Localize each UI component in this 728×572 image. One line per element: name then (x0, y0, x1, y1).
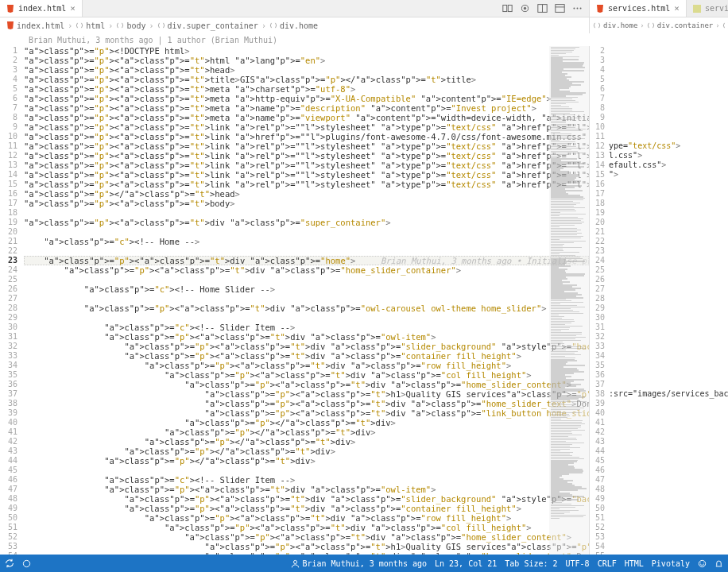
code-line[interactable] (609, 132, 728, 141)
breadcrumb-item[interactable]: div.home (269, 21, 318, 30)
status-eol[interactable]: CRLF (598, 559, 617, 568)
code-line[interactable] (609, 323, 728, 332)
code-line[interactable]: "a">class"p">="p"><"a">class"p">="t">lin… (24, 151, 589, 160)
code-line[interactable] (609, 113, 728, 122)
status-language[interactable]: HTML (625, 559, 644, 568)
code-line[interactable] (609, 523, 728, 532)
compare-icon[interactable] (501, 3, 513, 14)
line-gutter[interactable]: 2345678910111213141516171819202122232425… (590, 46, 609, 555)
code-line[interactable]: "a">class"p">="p"><"a">class"p">="t">div… (24, 523, 589, 532)
close-icon[interactable]: × (674, 3, 680, 14)
breadcrumb-item[interactable]: body (116, 21, 145, 30)
status-sync[interactable] (5, 558, 14, 568)
code-line[interactable]: "a">class"p">="p"><"a">class"p">="t">h1>… (24, 542, 589, 551)
code-line[interactable] (24, 275, 589, 284)
code-line[interactable]: "a">class"p">="p"><"a">class"p">="t">lin… (24, 180, 589, 189)
breadcrumb-item[interactable]: div.row (722, 21, 728, 29)
code-line[interactable]: "a">class"p">="p"><"a">class"p">="t">lin… (24, 132, 589, 141)
code-line[interactable]: "a">class"p">="c"><!-- Slider Item --> (24, 475, 589, 485)
code-line[interactable] (609, 180, 728, 189)
code-line[interactable] (609, 542, 728, 551)
code-line[interactable]: "a">class"p">="p"><"a">class"p">="t">div… (24, 256, 589, 265)
status-feedback-icon[interactable] (698, 559, 707, 568)
code-line[interactable] (609, 418, 728, 427)
code-line[interactable] (609, 65, 728, 75)
code-line[interactable] (609, 75, 728, 84)
code-line[interactable] (609, 437, 728, 446)
code-line[interactable]: "a">class"p">="p"><!DOCTYPE html> (24, 46, 589, 56)
status-blame[interactable]: Brian Muthui, 3 months ago (291, 559, 427, 568)
code-line[interactable]: "a">class"p">="p"><"a">class"p">="t">div… (24, 551, 589, 555)
code-line[interactable] (609, 456, 728, 466)
code-area[interactable]: ype="text/css">l.css">efault.css">"> :sr… (609, 46, 728, 555)
code-line[interactable]: "a">class"p">="p"><"a">class"p">="t">met… (24, 94, 589, 103)
breadcrumb-item[interactable]: html (76, 21, 105, 30)
code-line[interactable]: "a">class"p">="p"><"a">class"p">="t">lin… (24, 122, 589, 132)
code-line[interactable]: "a">class"p">="p"><"a">class"p">="t">div… (24, 399, 589, 408)
code-line[interactable]: "a">class"p">="p"><"a">class"p">="t">div… (24, 513, 589, 523)
code-line[interactable]: "a">class"p">="p"><"a">class"p">="t">div… (24, 303, 589, 313)
code-line[interactable] (609, 208, 728, 218)
line-gutter[interactable]: 1234567891011121314151617181920212223242… (0, 46, 24, 555)
status-tabsize[interactable]: Tab Size: 2 (505, 559, 557, 568)
tab-services-html[interactable]: services.html × (590, 0, 687, 17)
layout-icon[interactable] (554, 3, 565, 14)
code-line[interactable] (609, 446, 728, 456)
code-line[interactable]: "a">class"p">="p"><"a">class"p">="t">lin… (24, 160, 589, 170)
code-line[interactable]: "a">class"p">="p"><"a">class"p">="t">bod… (24, 199, 589, 208)
code-line[interactable] (609, 351, 728, 361)
code-line[interactable] (609, 84, 728, 94)
breadcrumb-item[interactable]: div.container (647, 21, 713, 29)
code-line[interactable] (609, 246, 728, 256)
code-line[interactable]: "a">class"p">="p"><"a">class"p">="t">met… (24, 113, 589, 122)
code-line[interactable]: "a">class"p">="p"><"a">class"p">="t">div… (24, 351, 589, 361)
code-line[interactable]: "a">class"p">="p"><"a">class"p">="t">met… (24, 84, 589, 94)
status-position[interactable]: Ln 23, Col 21 (435, 559, 497, 568)
code-line[interactable]: "a">class"p">="p"><"a">class"p">="t">div… (24, 361, 589, 370)
code-area[interactable]: "a">class"p">="p"><!DOCTYPE html>"a">cla… (24, 46, 589, 555)
close-icon[interactable]: × (70, 3, 76, 14)
code-line[interactable] (609, 122, 728, 132)
code-line[interactable] (609, 294, 728, 303)
status-encoding[interactable]: UTF-8 (566, 559, 590, 568)
code-line[interactable]: efault.css"> (609, 160, 728, 170)
editor-right[interactable]: 2345678910111213141516171819202122232425… (589, 46, 728, 555)
code-line[interactable]: "a">class"p">="p"><"a">class"p">="t">div… (24, 332, 589, 342)
code-line[interactable] (609, 265, 728, 275)
split-icon[interactable] (536, 3, 548, 14)
code-line[interactable]: "a">class"p">="c"><!-- Home Slider --> (24, 284, 589, 294)
code-line[interactable]: "a">class"p">="p"><"a">class"p">="t">hea… (24, 65, 589, 75)
code-line[interactable] (609, 275, 728, 284)
code-line[interactable]: "a">class"p">="p"><"a">class"p">="t">lin… (24, 170, 589, 180)
tab-services-js[interactable]: services.js (687, 0, 728, 17)
code-line[interactable]: "a">class"p">="p"><"a">class"p">="t">div… (24, 370, 589, 380)
code-line[interactable]: "a">class"p">="p"><"a">class"p">="t">met… (24, 103, 589, 113)
status-bell-icon[interactable] (714, 559, 723, 568)
code-line[interactable]: "a">class"p">="p"><"a">class"p">="t">div… (24, 485, 589, 494)
code-line[interactable]: "a">class"p">="p"></"a">class"p">="t">di… (24, 456, 589, 466)
code-line[interactable]: "a">class"p">="p"><"a">class"p">="t">div… (24, 408, 589, 418)
code-line[interactable] (609, 408, 728, 418)
code-line[interactable]: "a">class"p">="p"><"a">class"p">="t">div… (24, 265, 589, 275)
code-line[interactable]: "a">class"p">="p"></"a">class"p">="t">he… (24, 189, 589, 199)
code-line[interactable] (609, 237, 728, 246)
code-line[interactable] (609, 313, 728, 323)
code-line[interactable] (24, 294, 589, 303)
code-line[interactable] (609, 485, 728, 494)
editor-left[interactable]: 1234567891011121314151617181920212223242… (0, 46, 589, 555)
code-line[interactable] (609, 189, 728, 199)
tab-index-html[interactable]: index.html × (0, 0, 83, 17)
code-line[interactable] (24, 466, 589, 475)
preview-icon[interactable] (519, 3, 530, 14)
status-results[interactable] (22, 559, 31, 568)
code-line[interactable] (609, 370, 728, 380)
code-line[interactable] (609, 532, 728, 542)
code-line[interactable]: "a">class"p">="c"><!-- Home --> (24, 237, 589, 246)
code-line[interactable] (609, 380, 728, 389)
code-line[interactable]: "a">class"p">="p"></"a">class"p">="t">di… (24, 418, 589, 427)
code-line[interactable]: "a">class"p">="p"><"a">class"p">="t">lin… (24, 141, 589, 151)
code-line[interactable] (609, 399, 728, 408)
code-line[interactable] (609, 342, 728, 351)
breadcrumb-item[interactable]: index.html (6, 21, 64, 30)
more-icon[interactable] (571, 3, 583, 14)
